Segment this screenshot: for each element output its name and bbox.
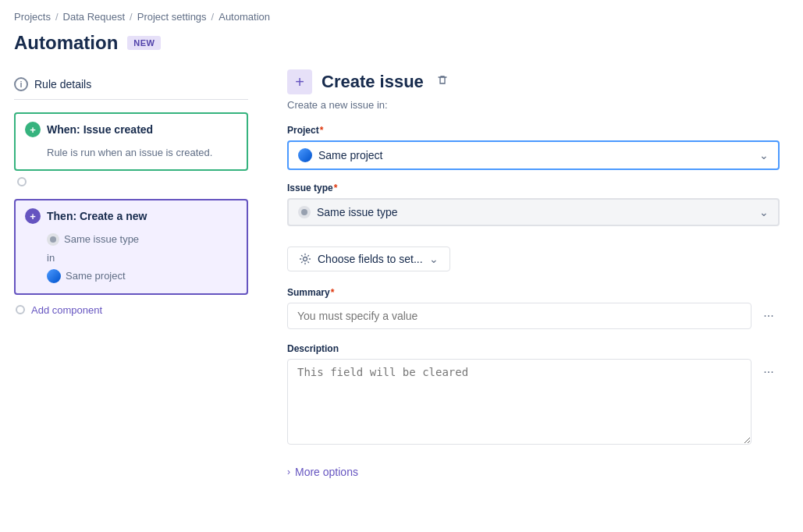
create-issue-title: Create issue: [322, 72, 424, 92]
trigger-badge: +: [25, 122, 41, 137]
trigger-description: Rule is run when an issue is created.: [47, 144, 237, 161]
trigger-flow-item[interactable]: + When: Issue created Rule is run when a…: [14, 112, 248, 171]
issue-type-select-left: Same issue type: [298, 206, 398, 218]
summary-ellipsis-button[interactable]: ···: [758, 303, 780, 325]
action-project-row: Same project: [47, 267, 237, 285]
description-field-row: ···: [287, 359, 780, 447]
page-title: Automation: [14, 32, 118, 54]
summary-required-star: *: [331, 287, 335, 298]
description-field-label: Description: [287, 343, 780, 354]
summary-input[interactable]: [287, 303, 751, 329]
action-flow-item[interactable]: + Then: Create a new Same issue type in …: [14, 199, 248, 294]
svg-point-2: [304, 257, 307, 261]
page-header: Automation NEW: [0, 29, 803, 69]
summary-field-label: Summary*: [287, 287, 780, 298]
info-icon: i: [14, 77, 28, 91]
breadcrumb: Projects / Data Request / Project settin…: [0, 0, 803, 29]
create-issue-subtitle: Create a new issue in:: [287, 99, 780, 111]
action-sub: Same issue type in Same project: [47, 230, 237, 285]
breadcrumb-project-settings[interactable]: Project settings: [137, 11, 207, 23]
description-field-section: Description ···: [287, 343, 780, 447]
breadcrumb-sep-2: /: [130, 11, 133, 23]
create-issue-header: + Create issue: [287, 69, 780, 94]
summary-field-row: ···: [287, 303, 780, 329]
issue-type-select-value: Same issue type: [317, 206, 398, 218]
issue-type-icon-main: [298, 206, 311, 218]
project-field-section: Project* Same project ⌄: [287, 125, 780, 170]
more-options-chevron: ›: [287, 466, 290, 477]
summary-input-wrap: [287, 303, 751, 329]
description-input-wrap: [287, 359, 751, 447]
action-title: Then: Create a new: [47, 210, 147, 222]
project-icon-small: [47, 269, 61, 283]
add-component-dot: [16, 305, 25, 314]
issue-type-chevron-icon: ⌄: [759, 206, 769, 218]
breadcrumb-data-request[interactable]: Data Request: [63, 11, 126, 23]
action-badge: +: [25, 208, 41, 224]
action-header: + Then: Create a new: [25, 208, 237, 224]
project-select-value: Same project: [318, 149, 382, 161]
summary-field-section: Summary* ···: [287, 287, 780, 329]
breadcrumb-sep-1: /: [55, 11, 59, 23]
left-panel: i Rule details + When: Issue created Rul…: [14, 69, 264, 523]
choose-fields-chevron: ⌄: [429, 253, 439, 265]
project-chevron-icon: ⌄: [759, 149, 769, 161]
more-options[interactable]: › More options: [287, 461, 780, 483]
more-options-label: More options: [295, 466, 358, 478]
action-issue-type-row: Same issue type: [47, 230, 237, 248]
project-select[interactable]: Same project ⌄: [287, 140, 780, 170]
connector-dot: [17, 177, 27, 186]
trigger-title: When: Issue created: [47, 123, 153, 136]
add-component-label: Add component: [31, 304, 102, 316]
rule-details-item[interactable]: i Rule details: [14, 69, 248, 100]
choose-fields-label: Choose fields to set...: [318, 253, 423, 265]
trigger-header: + When: Issue created: [25, 122, 237, 137]
new-badge: NEW: [127, 36, 161, 50]
issue-type-icon-small: [47, 233, 59, 246]
issue-type-select[interactable]: Same issue type ⌄: [287, 198, 780, 226]
action-issue-type-label: Same issue type: [64, 230, 139, 248]
breadcrumb-sep-3: /: [211, 11, 215, 23]
breadcrumb-automation: Automation: [219, 11, 270, 23]
choose-fields-button[interactable]: Choose fields to set... ⌄: [287, 246, 450, 271]
svg-point-0: [50, 236, 56, 243]
project-select-left: Same project: [298, 148, 382, 162]
breadcrumb-projects[interactable]: Projects: [14, 11, 51, 23]
svg-point-1: [301, 209, 307, 215]
project-field-label: Project*: [287, 125, 780, 136]
description-ellipsis-button[interactable]: ···: [758, 359, 780, 381]
project-icon: [298, 148, 312, 162]
gear-icon: [299, 253, 311, 265]
delete-icon[interactable]: [433, 71, 452, 93]
right-panel: + Create issue Create a new issue in: Pr…: [264, 69, 803, 523]
rule-details-label: Rule details: [34, 78, 91, 90]
action-in-label: in: [47, 252, 55, 264]
issue-type-field-section: Issue type* Same issue type ⌄: [287, 183, 780, 226]
description-input[interactable]: [287, 359, 751, 445]
action-project-label: Same project: [66, 267, 126, 285]
issue-type-field-label: Issue type*: [287, 183, 780, 193]
main-layout: i Rule details + When: Issue created Rul…: [0, 69, 803, 523]
plus-box-icon: +: [287, 69, 312, 94]
project-required-star: *: [320, 125, 324, 136]
issue-type-required-star: *: [334, 183, 338, 193]
add-component[interactable]: Add component: [16, 300, 248, 321]
